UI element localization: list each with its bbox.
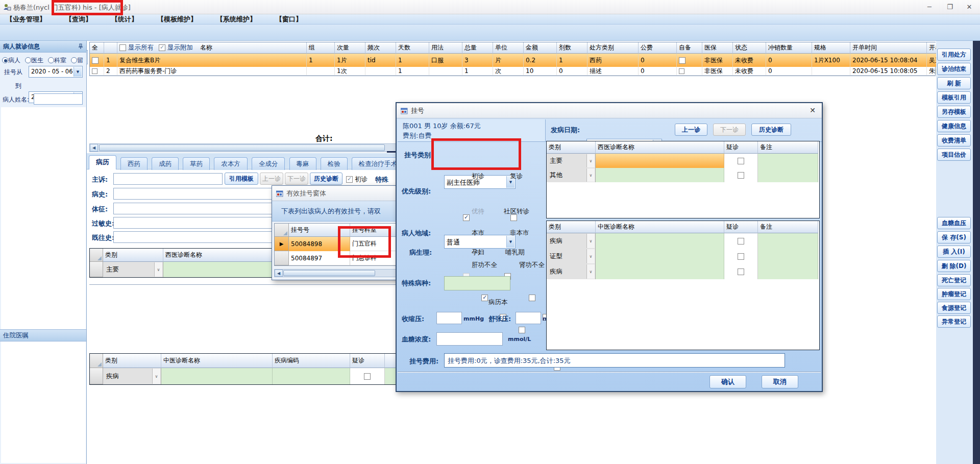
note-cell[interactable]: [758, 233, 818, 249]
self-provided-checkbox[interactable]: [679, 57, 685, 64]
chevron-down-icon[interactable]: ∨: [152, 369, 160, 384]
prev-visit-button[interactable]: 上一诊: [260, 173, 283, 185]
diastolic-input[interactable]: [516, 312, 541, 324]
chevron-down-icon[interactable]: ∨: [154, 262, 162, 277]
order-row-1[interactable]: 1 复合维生素B片 1 1片 tid 1 口服 3 片 0.2 1 西药 0 非…: [90, 54, 936, 67]
suspect-checkbox[interactable]: [738, 268, 744, 275]
self-provided-checkbox[interactable]: [679, 68, 684, 74]
header-all[interactable]: 全: [90, 42, 104, 54]
note-cell[interactable]: [758, 154, 818, 168]
menu-template[interactable]: 【模板维护】: [151, 15, 203, 24]
radio-doctor[interactable]: [25, 57, 31, 63]
end-visit-button[interactable]: 诊治结束: [937, 63, 971, 75]
reg-from-date[interactable]: 2020 - 05 - 06▼: [29, 66, 83, 78]
scroll-left-icon[interactable]: ◀: [90, 144, 98, 152]
chevron-down-icon[interactable]: ∨: [586, 234, 595, 248]
west-diag-row-2[interactable]: 其他∨: [547, 168, 819, 182]
diag-name-cell[interactable]: [161, 368, 273, 384]
close-icon[interactable]: ✕: [962, 2, 977, 12]
scrollbar-thumb[interactable]: [283, 270, 375, 276]
note-cell[interactable]: [758, 264, 818, 279]
diag-name-cell[interactable]: [596, 233, 724, 249]
diag-type-dropdown[interactable]: 疾病∨: [103, 368, 161, 384]
diag-code-cell[interactable]: [273, 368, 350, 384]
first-visit-checkbox[interactable]: [463, 214, 470, 221]
scroll-left-icon[interactable]: ◀: [275, 270, 283, 277]
tab-full-ingredient[interactable]: 全成分: [252, 157, 285, 170]
suspect-checkbox[interactable]: [738, 172, 744, 179]
diag-name-cell[interactable]: [596, 168, 724, 182]
minimize-icon[interactable]: ─: [922, 2, 937, 12]
systolic-input[interactable]: [436, 312, 462, 324]
tumor-register-button[interactable]: 肿瘤登记: [937, 288, 971, 300]
local-checkbox[interactable]: [481, 295, 488, 301]
tab-western-drugs[interactable]: 西药: [120, 157, 148, 170]
reg-dialog-titlebar[interactable]: 挂号 ✕: [397, 103, 822, 118]
menu-query[interactable]: 【查询】: [59, 15, 98, 24]
first-visit-checkbox[interactable]: [346, 176, 353, 183]
chevron-down-icon[interactable]: ∨: [586, 154, 595, 167]
row-checkbox[interactable]: [92, 68, 97, 74]
confirm-button[interactable]: 确认: [709, 375, 746, 388]
history-diag-button[interactable]: 历史诊断: [310, 173, 342, 185]
glucose-input[interactable]: [436, 332, 503, 346]
insert-button[interactable]: 插 入(I): [937, 246, 971, 258]
dialog-next-visit-button[interactable]: 下一诊: [713, 124, 746, 136]
save-as-template-button[interactable]: 另存模板: [937, 106, 971, 118]
suspect-checkbox[interactable]: [738, 253, 744, 260]
dialog-prev-visit-button[interactable]: 上一诊: [675, 124, 707, 136]
scrollbar-thumb[interactable]: [99, 144, 385, 151]
save-button[interactable]: 保 存(S): [937, 231, 971, 243]
note-cell[interactable]: [758, 249, 818, 264]
order-row-2[interactable]: 2 西药药事服务费-门诊 1次 1 1 次 10 0 描述 0 非医保 未收费 …: [90, 67, 936, 76]
fee-list-button[interactable]: 收费清单: [937, 134, 971, 146]
cite-template-button[interactable]: 引用模板: [225, 173, 258, 185]
chief-complaint-input[interactable]: [113, 173, 223, 185]
tcm-diag-row-2[interactable]: 证型∨: [547, 249, 819, 264]
template-cite-button[interactable]: 模板引用: [937, 91, 971, 104]
tab-lab-tests[interactable]: 检验: [321, 157, 348, 170]
show-extra-checkbox[interactable]: [159, 44, 165, 51]
chevron-down-icon[interactable]: ∨: [586, 168, 595, 182]
maximize-icon[interactable]: ❐: [942, 2, 958, 12]
chevron-down-icon[interactable]: ∨: [586, 264, 595, 279]
delete-button[interactable]: 删 除(D): [937, 260, 971, 272]
abnormal-register-button[interactable]: 异常登记: [937, 315, 971, 328]
foodborne-register-button[interactable]: 食源登记: [937, 302, 971, 314]
radio-dept[interactable]: [48, 57, 54, 63]
inpatient-orders-bar[interactable]: 住院医嘱: [0, 329, 86, 341]
tcm-diag-row-1[interactable]: 疾病∨: [547, 233, 819, 249]
menu-window[interactable]: 【窗口】: [270, 15, 308, 24]
health-info-button[interactable]: 健康信息: [937, 120, 971, 132]
next-visit-button[interactable]: 下一诊: [285, 173, 308, 185]
suspect-checkbox[interactable]: [738, 158, 744, 164]
refresh-button[interactable]: 刷 新: [937, 77, 971, 89]
glucose-bp-button[interactable]: 血糖血压: [937, 217, 971, 229]
nonlocal-checkbox[interactable]: [529, 295, 535, 301]
cancel-button[interactable]: 取消: [762, 375, 798, 388]
chevron-down-icon[interactable]: ▼: [506, 236, 514, 248]
liver-checkbox[interactable]: [519, 327, 525, 333]
tab-patent-drugs[interactable]: 成药: [152, 157, 179, 170]
diag-name-cell[interactable]: [596, 154, 724, 168]
tcm-diag-row-3[interactable]: 疾病∨: [547, 264, 819, 279]
pin-icon[interactable]: [78, 43, 84, 51]
death-register-button[interactable]: 死亡登记: [937, 274, 971, 286]
chevron-down-icon[interactable]: ▼: [74, 67, 82, 77]
tab-nongbenfang[interactable]: 农本方: [214, 157, 248, 170]
tab-medical-record[interactable]: 病历: [89, 155, 116, 169]
suspect-checkbox[interactable]: [364, 373, 371, 380]
diag-name-cell[interactable]: [596, 249, 724, 264]
note-cell[interactable]: [758, 168, 818, 182]
patient-name-input[interactable]: [34, 93, 83, 105]
menu-system[interactable]: 【系统维护】: [210, 15, 262, 24]
diag-type-dropdown[interactable]: 主要∨: [103, 262, 163, 277]
chevron-down-icon[interactable]: ∨: [586, 249, 595, 263]
radio-patient[interactable]: [2, 57, 8, 63]
suspect-checkbox[interactable]: [738, 238, 744, 245]
menu-business[interactable]: 【业务管理】: [0, 15, 52, 24]
tab-narcotics[interactable]: 毒麻: [289, 157, 316, 170]
radio-stay[interactable]: [71, 57, 77, 63]
item-estimate-button[interactable]: 项目估价: [937, 149, 971, 161]
diag-name-cell[interactable]: [596, 264, 724, 279]
